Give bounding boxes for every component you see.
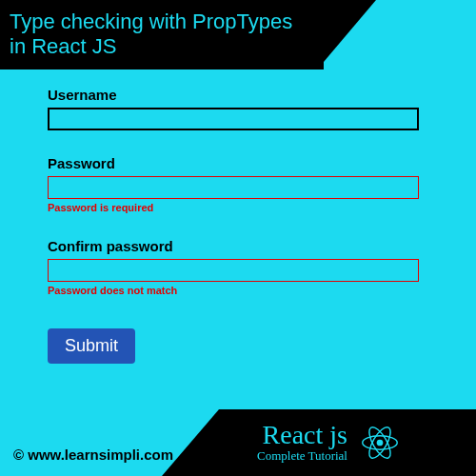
title-text: Type checking with PropTypes in React JS <box>10 10 292 58</box>
copyright-text: © www.learnsimpli.com <box>13 446 173 463</box>
confirm-password-error: Password does not match <box>48 285 428 296</box>
confirm-password-label: Confirm password <box>48 238 428 254</box>
username-label: Username <box>48 87 428 103</box>
brand-title: React js <box>263 422 347 448</box>
password-label: Password <box>48 155 428 171</box>
svg-point-0 <box>377 440 384 446</box>
username-field: Username <box>48 87 428 130</box>
password-error: Password is required <box>48 202 428 213</box>
submit-button[interactable]: Submit <box>48 328 135 364</box>
password-field: Password Password is required <box>48 155 428 213</box>
brand-footer: React js Complete Tutorial <box>219 409 476 476</box>
brand-text-group: React js Complete Tutorial <box>257 422 347 464</box>
password-input[interactable] <box>48 176 419 199</box>
username-input[interactable] <box>48 108 419 130</box>
react-logo-icon <box>357 420 403 466</box>
confirm-password-field: Confirm password Password does not match <box>48 238 428 296</box>
confirm-password-input[interactable] <box>48 259 419 282</box>
brand-subtitle: Complete Tutorial <box>257 448 347 464</box>
page-title: Type checking with PropTypes in React JS <box>0 0 324 69</box>
form-container: Username Password Password is required C… <box>0 69 476 364</box>
